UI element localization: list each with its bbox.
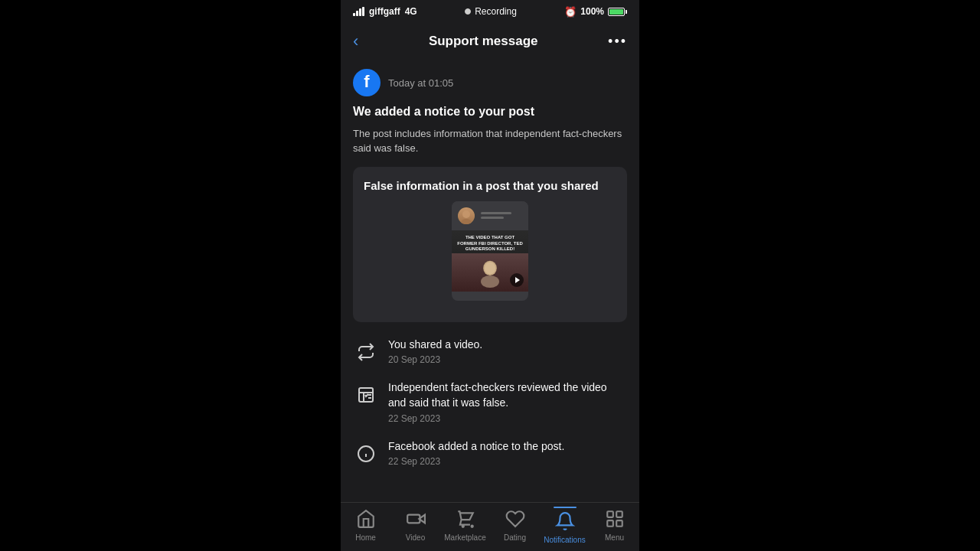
timeline-text-notice: Facebook added a notice to the post. 22 … xyxy=(388,439,627,468)
network-label: 4G xyxy=(405,6,417,17)
nav-marketplace-label: Marketplace xyxy=(444,533,485,542)
more-button[interactable]: ••• xyxy=(608,34,627,50)
signal-bars xyxy=(353,7,364,16)
status-bar: giffgaff 4G Recording ⏰ 100% xyxy=(341,0,639,23)
card-title: False information in a post that you sha… xyxy=(353,167,627,201)
factcheck-date: 22 Sep 2023 xyxy=(388,413,627,424)
status-left: giffgaff 4G xyxy=(353,6,417,17)
home-icon xyxy=(356,509,376,533)
timeline-item-notice: Facebook added a notice to the post. 22 … xyxy=(353,439,627,468)
svg-point-15 xyxy=(462,526,463,527)
svg-point-3 xyxy=(481,276,499,288)
fb-logo-icon: f xyxy=(364,73,369,90)
nav-video-label: Video xyxy=(406,533,425,542)
message-body: The post includes information that indep… xyxy=(353,126,627,156)
status-right: ⏰ 100% xyxy=(564,6,627,18)
battery-percent: 100% xyxy=(580,6,604,17)
svg-point-16 xyxy=(471,526,472,527)
timeline-text-factcheck: Independent fact-checkers reviewed the v… xyxy=(388,380,627,423)
fact-check-icon xyxy=(353,382,379,408)
svg-point-4 xyxy=(485,262,495,274)
notifications-icon xyxy=(555,511,575,536)
message-title: We added a notice to your post xyxy=(353,104,627,120)
share-icon xyxy=(353,339,379,365)
play-icon xyxy=(510,273,524,287)
share-text: You shared a video. xyxy=(388,337,627,353)
back-button[interactable]: ‹ xyxy=(353,31,358,51)
false-info-card[interactable]: False information in a post that you sha… xyxy=(353,167,627,322)
recording-label: Recording xyxy=(475,6,517,17)
svg-rect-20 xyxy=(616,520,622,527)
notice-date: 22 Sep 2023 xyxy=(388,456,627,467)
content-area: f Today at 01:05 We added a notice to yo… xyxy=(341,60,639,502)
nav-notifications-label: Notifications xyxy=(544,536,585,544)
nav-notifications[interactable]: Notifications xyxy=(540,507,590,544)
battery-icon xyxy=(608,8,627,16)
video-caption: THE VIDEO THAT GOTFORMER FBI DIRECTOR, T… xyxy=(455,233,525,254)
svg-rect-19 xyxy=(607,520,613,527)
nav-menu-label: Menu xyxy=(605,533,624,542)
share-date: 20 Sep 2023 xyxy=(388,354,627,365)
sender-row: f Today at 01:05 xyxy=(353,69,627,96)
nav-marketplace[interactable]: Marketplace xyxy=(440,509,490,542)
svg-rect-17 xyxy=(607,511,613,517)
marketplace-icon xyxy=(456,509,475,533)
header: ‹ Support message ••• xyxy=(341,23,639,60)
mini-avatar xyxy=(458,207,475,224)
video-icon xyxy=(406,509,426,533)
svg-point-0 xyxy=(462,210,470,218)
recording-indicator xyxy=(465,8,471,15)
carrier-label: giffgaff xyxy=(369,6,400,17)
nav-home-label: Home xyxy=(355,533,376,542)
video-thumbnail: THE VIDEO THAT GOTFORMER FBI DIRECTOR, T… xyxy=(452,230,528,292)
svg-point-1 xyxy=(461,219,472,224)
info-icon xyxy=(353,441,379,467)
bottom-nav: Home Video Marketplace xyxy=(341,502,639,551)
header-title: Support message xyxy=(429,34,538,49)
nav-video[interactable]: Video xyxy=(390,509,440,542)
timeline-text-shared: You shared a video. 20 Sep 2023 xyxy=(388,337,627,366)
timeline-item-shared: You shared a video. 20 Sep 2023 xyxy=(353,337,627,366)
mini-text-lines xyxy=(481,212,511,219)
preview-header xyxy=(452,201,528,230)
timeline-item-factcheck: Independent fact-checkers reviewed the v… xyxy=(353,380,627,423)
status-center: Recording xyxy=(465,6,517,17)
phone-frame: giffgaff 4G Recording ⏰ 100% ‹ Support m… xyxy=(341,0,639,551)
video-preview[interactable]: THE VIDEO THAT GOTFORMER FBI DIRECTOR, T… xyxy=(452,201,528,301)
nav-dating[interactable]: Dating xyxy=(490,509,540,542)
menu-icon xyxy=(605,509,625,533)
nav-menu[interactable]: Menu xyxy=(590,509,639,542)
message-timestamp: Today at 01:05 xyxy=(388,77,453,89)
alarm-icon: ⏰ xyxy=(564,6,577,18)
factcheck-text: Independent fact-checkers reviewed the v… xyxy=(388,380,627,410)
fb-avatar: f xyxy=(353,69,381,96)
dating-icon xyxy=(505,509,525,533)
nav-home[interactable]: Home xyxy=(341,509,390,542)
notice-text: Facebook added a notice to the post. xyxy=(388,439,627,455)
svg-rect-18 xyxy=(616,511,622,517)
nav-dating-label: Dating xyxy=(504,533,526,542)
